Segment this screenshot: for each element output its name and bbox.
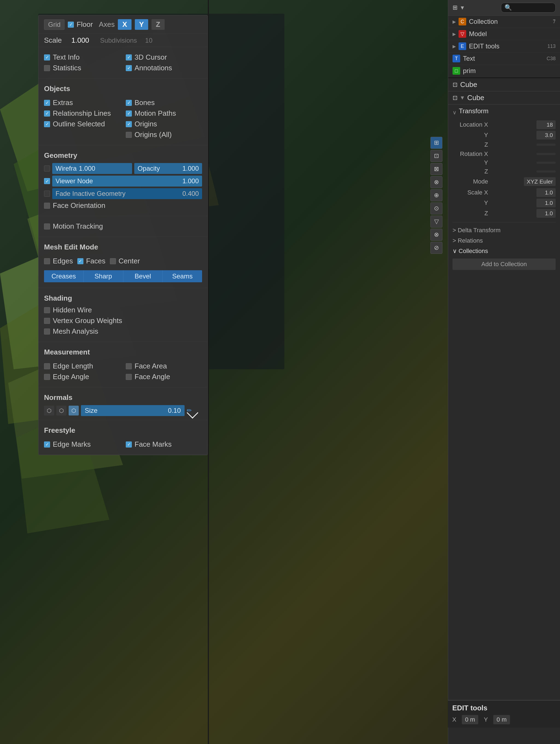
toolbar-icon-9[interactable]: ⊘ <box>430 242 442 254</box>
outliner-item-edit-tools[interactable]: ▶ E EDIT tools 113 <box>448 40 560 52</box>
add-to-collection-btn[interactable]: Add to Collection <box>452 259 556 270</box>
rotation-z-label: Z <box>452 168 488 175</box>
motion-tracking-section: Motion Tracking <box>39 216 207 237</box>
motion-tracking-label: Motion Tracking <box>53 222 103 231</box>
transform-chevron[interactable]: ∨ <box>452 109 457 116</box>
outliner-item-text[interactable]: T Text C38 <box>448 52 560 65</box>
sharp-button[interactable]: Sharp <box>83 270 123 282</box>
normals-face-btn[interactable]: ⬡ <box>56 406 67 415</box>
viewer-node-field[interactable]: Viewer Node 1.000 <box>52 176 202 187</box>
overlay-panel: Grid ✓ Floor Axes X Y Z Scale 1.000 Subd… <box>38 15 208 455</box>
grid-button[interactable]: Grid <box>44 20 65 30</box>
outliner-header: ⊞ ▼ <box>448 0 560 15</box>
face-orientation-checkbox[interactable] <box>44 203 50 209</box>
cursor-checkbox[interactable]: ✓ <box>126 54 132 61</box>
bones-label: Bones <box>134 99 155 107</box>
face-orientation-label: Face Orientation <box>53 201 105 210</box>
scale-y-value[interactable]: 1.0 <box>536 198 556 207</box>
text-info-checkbox[interactable]: ✓ <box>44 54 50 61</box>
outliner-item-model[interactable]: ▶ ▽ Model <box>448 28 560 40</box>
wireframe-field[interactable]: Wirefra 1.000 <box>52 163 132 174</box>
y-axis-button[interactable]: Y <box>135 19 148 30</box>
edge-length-checkbox[interactable] <box>44 363 50 369</box>
normals-vertex-btn[interactable]: ⬡ <box>44 406 54 415</box>
viewer-node-checkbox[interactable]: ✓ <box>44 178 50 184</box>
face-angle-row: Face Angle <box>126 373 202 381</box>
relationship-checkbox[interactable]: ✓ <box>44 111 50 116</box>
bevel-button[interactable]: Bevel <box>123 270 163 282</box>
toolbar-icon-6[interactable]: ⊙ <box>430 202 442 215</box>
normals-active-btn[interactable]: ⬡ <box>69 406 79 415</box>
annotations-checkbox[interactable]: ✓ <box>126 65 132 71</box>
toolbar-icon-1[interactable]: ⊞ <box>430 137 442 149</box>
extras-checkbox[interactable]: ✓ <box>44 100 50 106</box>
opacity-field[interactable]: Opacity 1.000 <box>134 163 202 174</box>
cube-subdropdown[interactable]: ▼ <box>459 95 465 101</box>
location-z-value[interactable] <box>536 144 556 146</box>
outliner-dropdown-icon[interactable]: ▼ <box>459 5 465 11</box>
extras-section: > Delta Transform > Relations ∨ Collecti… <box>452 222 556 270</box>
objects-title: Objects <box>44 84 202 93</box>
origins-all-checkbox[interactable] <box>126 132 132 138</box>
scale-x-value[interactable]: 1.0 <box>536 188 556 197</box>
location-x-value[interactable]: 18 <box>536 120 556 129</box>
rotation-x-row: Rotation X <box>452 150 556 157</box>
outliner-item-prim[interactable]: □ prim <box>448 65 560 77</box>
hidden-wire-checkbox[interactable] <box>44 307 50 313</box>
model-icon: ▽ <box>458 30 466 38</box>
floor-checkbox[interactable]: ✓ <box>68 22 74 28</box>
normals-section: Normals ⬡ ⬡ ⬡ Size 0.10 ✏ <box>39 387 207 420</box>
relations-row[interactable]: > Relations <box>452 235 556 246</box>
location-z-row: Z <box>452 141 556 148</box>
statistics-checkbox[interactable] <box>44 65 50 71</box>
edges-checkbox[interactable] <box>44 258 50 264</box>
transform-header: ∨ Transform <box>452 107 556 118</box>
origins-checkbox[interactable]: ✓ <box>126 121 132 127</box>
toolbar-icon-4[interactable]: ⊗ <box>430 176 442 188</box>
face-marks-checkbox[interactable]: ✓ <box>126 442 132 447</box>
fade-inactive-checkbox[interactable] <box>44 191 50 197</box>
motion-tracking-checkbox[interactable] <box>44 223 50 229</box>
scale-z-value[interactable]: 1.0 <box>536 209 556 218</box>
vertex-weights-label: Vertex Group Weights <box>53 317 122 325</box>
freestyle-right: ✓ Face Marks <box>126 438 202 451</box>
fade-inactive-field[interactable]: Fade Inactive Geometry 0.400 <box>52 188 202 199</box>
edit-tools-icon: E <box>458 42 466 50</box>
creases-button[interactable]: Creases <box>44 270 83 282</box>
toolbar-icon-7[interactable]: ▽ <box>430 216 442 228</box>
mesh-analysis-checkbox[interactable] <box>44 329 50 335</box>
toolbar-icon-8[interactable]: ⊗ <box>430 229 442 241</box>
delta-transform-row[interactable]: > Delta Transform <box>452 225 556 235</box>
objects-left-col: ✓ Extras ✓ Relationship Lines ✓ Outline … <box>44 96 120 141</box>
faces-checkbox[interactable]: ✓ <box>77 258 83 264</box>
bones-checkbox[interactable]: ✓ <box>126 100 132 106</box>
center-checkbox[interactable] <box>110 258 116 264</box>
normals-size-field[interactable]: Size 0.10 <box>81 405 185 416</box>
rotation-x-value[interactable] <box>536 153 556 155</box>
y-coord-value: 0 m <box>493 715 510 724</box>
face-area-checkbox[interactable] <box>126 363 132 369</box>
seams-button[interactable]: Seams <box>162 270 202 282</box>
wireframe-checkbox[interactable] <box>44 165 50 172</box>
info-section: ✓ Text Info Statistics ✓ 3D Cursor ✓ Ann… <box>39 47 207 78</box>
toolbar-icon-3[interactable]: ⊠ <box>430 163 442 175</box>
rotation-z-value[interactable] <box>536 171 556 173</box>
rotation-y-value[interactable] <box>536 162 556 164</box>
annotations-label: Annotations <box>134 64 172 72</box>
edge-marks-checkbox[interactable]: ✓ <box>44 442 50 447</box>
x-axis-button[interactable]: X <box>118 19 131 30</box>
outliner-search[interactable] <box>501 3 556 12</box>
location-y-value[interactable]: 3.0 <box>536 131 556 140</box>
bones-row: ✓ Bones <box>126 99 202 107</box>
outliner-item-collection[interactable]: ▶ C Collection 7̈ <box>448 15 560 28</box>
outline-checkbox[interactable]: ✓ <box>44 121 50 127</box>
motion-paths-checkbox[interactable]: ✓ <box>126 111 132 116</box>
mode-value[interactable]: XYZ Euler <box>524 177 556 186</box>
toolbar-icon-2[interactable]: ⊡ <box>430 150 442 162</box>
z-axis-button[interactable]: Z <box>152 19 165 30</box>
toolbar-icon-5[interactable]: ⊕ <box>430 189 442 201</box>
collections-row[interactable]: ∨ Collections <box>452 246 556 256</box>
edge-angle-checkbox[interactable] <box>44 374 50 380</box>
face-angle-checkbox[interactable] <box>126 374 132 380</box>
vertex-weights-checkbox[interactable] <box>44 318 50 324</box>
